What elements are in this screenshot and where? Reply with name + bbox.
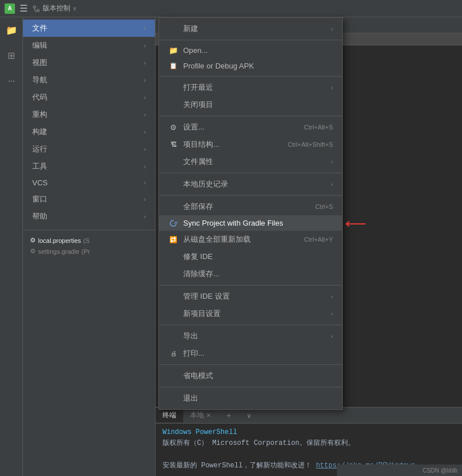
- submenu-item-new[interactable]: 新建 ›: [159, 20, 342, 37]
- submenu-new-label: 新建: [183, 24, 327, 34]
- submenu-save-all-shortcut: Ctrl+S: [315, 203, 333, 210]
- vcs-label-area[interactable]: 版本控制 ∨: [32, 3, 77, 13]
- submenu-settings-label: 设置...: [183, 122, 300, 132]
- submenu-export-label: 导出: [183, 331, 327, 341]
- submenu-item-close-project[interactable]: 关闭项目: [159, 96, 342, 113]
- settings-gradle-icon: ⚙: [30, 247, 36, 255]
- submenu-settings-shortcut: Ctrl+Alt+S: [304, 124, 333, 131]
- file-tree-settings-gradle[interactable]: ⚙ settings.gradle (Pr: [28, 246, 150, 257]
- local-properties-icon: ⚙: [30, 237, 36, 244]
- menu-item-window[interactable]: 窗口 ›: [23, 191, 155, 208]
- menu-item-help[interactable]: 帮助 ›: [23, 208, 155, 225]
- submenu-item-manage-ide[interactable]: 管理 IDE 设置 ›: [159, 288, 342, 305]
- submenu-clear-cache-label: 清除缓存...: [183, 269, 333, 279]
- app-icon: A: [5, 3, 15, 14]
- submenu-settings-icon: ⚙: [168, 123, 179, 132]
- submenu-profile-icon: 📋: [168, 62, 179, 70]
- terminal-line-blank: [162, 449, 455, 460]
- menu-item-nav-arrow: ›: [144, 77, 146, 83]
- menu-item-refactor[interactable]: 重构 ›: [23, 106, 155, 123]
- terminal-tab-local[interactable]: 本地 ✕: [183, 408, 218, 422]
- submenu-item-power-save[interactable]: 省电模式: [159, 367, 342, 384]
- submenu-print-label: 打印...: [183, 348, 333, 359]
- grid-sidebar-icon[interactable]: ⊞: [3, 47, 20, 63]
- submenu-sep-4: [159, 173, 342, 173]
- menu-separator: [23, 230, 155, 230]
- submenu-repair-label: 修复 IDE: [183, 252, 333, 262]
- submenu-sep-3: [159, 116, 342, 116]
- submenu-item-open[interactable]: 📁 Open...: [159, 43, 342, 58]
- titlebar: A ☰ 版本控制 ∨: [0, 0, 462, 17]
- submenu-local-history-arrow: ›: [331, 181, 333, 188]
- submenu-open-recent-arrow: ›: [331, 85, 333, 91]
- submenu-item-project-structure[interactable]: 🏗 项目结构... Ctrl+Alt+Shift+S: [159, 136, 342, 153]
- submenu-item-profile-debug[interactable]: 📋 Profile or Debug APK: [159, 58, 342, 74]
- terminal-chevron-icon: ∨: [247, 412, 252, 420]
- submenu-item-local-history[interactable]: 本地历史记录 ›: [159, 176, 342, 193]
- menu-item-edit[interactable]: 编辑 ›: [23, 37, 155, 54]
- submenu-item-reload-disk[interactable]: 🔁 从磁盘全部重新加载 Ctrl+Alt+Y: [159, 231, 342, 248]
- main-menu-panel: 文件 › 编辑 › 视图 › 导航 › 代码 › 重构 ›: [23, 17, 156, 476]
- submenu-item-file-props[interactable]: 文件属性 ›: [159, 153, 342, 170]
- file-submenu: 新建 › 📁 Open... 📋 Profile or Debug APK 打开…: [158, 17, 343, 410]
- submenu-manage-ide-label: 管理 IDE 设置: [183, 291, 327, 302]
- terminal-tab-close-icon[interactable]: ✕: [206, 412, 211, 418]
- menu-item-nav[interactable]: 导航 ›: [23, 71, 155, 89]
- submenu-reload-label: 从磁盘全部重新加载: [183, 234, 300, 245]
- menu-item-build[interactable]: 构建 ›: [23, 123, 155, 140]
- terminal-tab-terminal-label: 终端: [162, 410, 176, 420]
- menu-item-tools-arrow: ›: [144, 163, 146, 170]
- folder-sidebar-icon[interactable]: 📁: [3, 22, 20, 38]
- menu-item-run[interactable]: 运行 ›: [23, 140, 155, 158]
- menu-item-view[interactable]: 视图 ›: [23, 54, 155, 71]
- terminal-tab-terminal[interactable]: 终端: [156, 408, 183, 422]
- submenu-project-structure-icon: 🏗: [168, 141, 179, 148]
- menu-item-file[interactable]: 文件 ›: [23, 20, 155, 37]
- menu-item-code-label: 代码: [32, 92, 47, 102]
- menu-item-view-arrow: ›: [144, 60, 146, 66]
- menu-item-tools-label: 工具: [32, 161, 47, 172]
- menu-item-edit-arrow: ›: [144, 43, 146, 49]
- submenu-project-structure-label: 项目结构...: [183, 139, 283, 150]
- terminal-powershell-label: Windows PowerShell: [162, 428, 237, 436]
- menu-item-file-arrow: ›: [144, 25, 146, 32]
- menu-hamburger-icon[interactable]: ☰: [20, 3, 28, 14]
- submenu-item-print[interactable]: 🖨 打印...: [159, 345, 342, 362]
- submenu-local-history-label: 本地历史记录: [183, 179, 327, 189]
- local-properties-label: local.properties: [38, 237, 81, 244]
- submenu-export-arrow: ›: [331, 333, 333, 340]
- settings-gradle-label: settings.gradle: [38, 248, 79, 255]
- menu-item-window-arrow: ›: [144, 196, 146, 203]
- submenu-print-icon: 🖨: [168, 350, 179, 357]
- menu-item-code-arrow: ›: [144, 94, 146, 101]
- submenu-item-exit[interactable]: 退出: [159, 390, 342, 407]
- submenu-item-open-recent[interactable]: 打开最近 ›: [159, 79, 342, 96]
- terminal-add-tab-button[interactable]: ＋: [218, 408, 240, 423]
- submenu-sep-1: [159, 40, 342, 40]
- submenu-item-sync-gradle[interactable]: Sync Project with Gradle Files ⟵: [159, 215, 342, 231]
- menu-item-vcs-arrow: ›: [144, 180, 146, 186]
- submenu-close-project-label: 关闭项目: [183, 100, 333, 110]
- menu-item-file-label: 文件: [32, 23, 47, 33]
- file-tree-local-properties[interactable]: ⚙ local.properties (S: [28, 235, 150, 246]
- more-sidebar-icon[interactable]: ···: [3, 73, 20, 89]
- submenu-new-project-settings-arrow: ›: [331, 311, 333, 317]
- submenu-item-new-project-settings[interactable]: 新项目设置 ›: [159, 305, 342, 322]
- submenu-item-clear-cache[interactable]: 清除缓存...: [159, 265, 342, 283]
- menu-item-view-label: 视图: [32, 58, 47, 68]
- terminal-chevron-button[interactable]: ∨: [240, 409, 259, 422]
- submenu-sep-5: [159, 195, 342, 196]
- submenu-sep-9: [159, 387, 342, 387]
- submenu-sep-6: [159, 285, 342, 285]
- submenu-item-settings[interactable]: ⚙ 设置... Ctrl+Alt+S: [159, 119, 342, 136]
- menu-item-tools[interactable]: 工具 ›: [23, 158, 155, 175]
- menu-item-help-arrow: ›: [144, 214, 146, 220]
- terminal-install-text: 安装最新的 PowerShell，了解新功能和改进！: [162, 462, 312, 470]
- menu-item-code[interactable]: 代码 ›: [23, 89, 155, 106]
- submenu-item-export[interactable]: 导出 ›: [159, 328, 342, 345]
- menu-items-list: 文件 › 编辑 › 视图 › 导航 › 代码 › 重构 ›: [23, 17, 155, 227]
- submenu-file-props-label: 文件属性: [183, 157, 327, 167]
- submenu-item-save-all[interactable]: 全部保存 Ctrl+S: [159, 198, 342, 215]
- submenu-item-repair-ide[interactable]: 修复 IDE: [159, 248, 342, 265]
- menu-item-vcs[interactable]: VCS ›: [23, 175, 155, 191]
